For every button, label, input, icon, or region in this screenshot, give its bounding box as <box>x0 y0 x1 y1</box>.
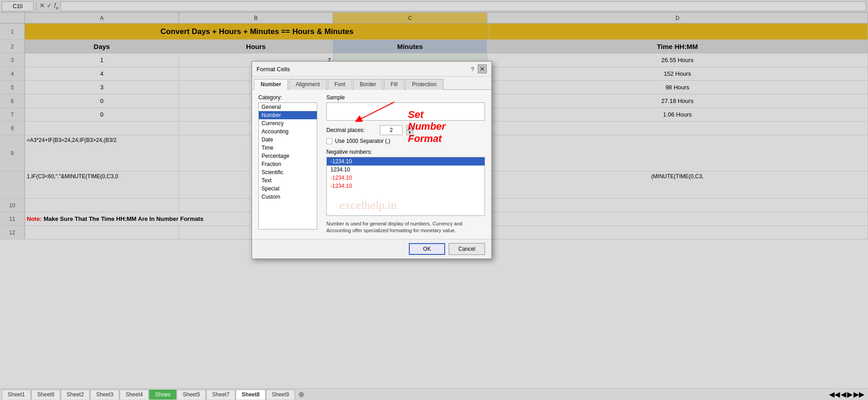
decimal-places-input[interactable] <box>380 125 402 135</box>
dialog-tab-fill[interactable]: Fill <box>384 79 404 90</box>
dialog-footer: OK Cancel <box>252 239 491 259</box>
right-panel: Sample Decimal places: ▲ ▼ Use 1000 Sepa… <box>326 94 485 234</box>
add-sheet-button[interactable]: ⊕ <box>296 390 307 399</box>
tab-sheet1[interactable]: Sheet1 <box>2 390 31 400</box>
cat-number[interactable]: Number <box>259 111 317 119</box>
cat-percentage[interactable]: Percentage <box>259 152 317 160</box>
cat-accounting[interactable]: Accounting <box>259 127 317 136</box>
watermark-inline: excelhelp.in <box>336 198 400 213</box>
decimal-spinner: ▲ ▼ <box>406 125 413 135</box>
ok-button[interactable]: OK <box>409 243 445 255</box>
tab-sheet8[interactable]: Sheet8 <box>236 390 265 400</box>
tab-nav-right[interactable]: ▶ <box>847 390 853 399</box>
cat-currency[interactable]: Currency <box>259 119 317 127</box>
tab-nav-left[interactable]: ◀ <box>841 390 846 399</box>
sample-box <box>326 102 485 121</box>
tab-shoes[interactable]: Shoes <box>149 390 176 400</box>
spinner-down[interactable]: ▼ <box>406 130 413 135</box>
spinner-up[interactable]: ▲ <box>406 125 413 130</box>
dialog-tab-protection[interactable]: Protection <box>405 79 443 90</box>
tab-sheet4[interactable]: Sheet4 <box>120 390 149 400</box>
dialog-tab-border[interactable]: Border <box>353 79 383 90</box>
neg-option-1[interactable]: -1234.10 <box>327 157 485 166</box>
negative-label: Negative numbers: <box>326 149 485 155</box>
sheet-tabs: Sheet1 Sheet6 Sheet2 Sheet3 Sheet4 Shoes… <box>0 388 868 400</box>
tab-nav-right-end[interactable]: ▶▶ <box>853 390 864 399</box>
description-text: Number is used for general display of nu… <box>326 220 485 234</box>
negative-list[interactable]: -1234.10 1234.10 -1234.10 -1234.10 excel… <box>326 157 485 216</box>
sample-label: Sample <box>326 94 485 101</box>
dialog-tab-font[interactable]: Font <box>328 79 352 90</box>
neg-option-4[interactable]: -1234.10 <box>327 182 485 190</box>
tab-sheet6[interactable]: Sheet6 <box>31 390 60 400</box>
cat-fraction[interactable]: Fraction <box>259 160 317 168</box>
cat-special[interactable]: Special <box>259 185 317 193</box>
cat-custom[interactable]: Custom <box>259 193 317 201</box>
format-cells-dialog: Format Cells ? ✕ Number Alignment Font B… <box>252 61 492 259</box>
separator-checkbox[interactable] <box>326 138 332 144</box>
cat-scientific[interactable]: Scientific <box>259 168 317 176</box>
separator-row: Use 1000 Separator (,) <box>326 138 485 144</box>
dialog-tab-alignment[interactable]: Alignment <box>289 79 326 90</box>
tab-sheet9[interactable]: Sheet9 <box>266 390 295 400</box>
neg-option-2[interactable]: 1234.10 <box>327 166 485 174</box>
cat-date[interactable]: Date <box>259 136 317 144</box>
tab-sheet2[interactable]: Sheet2 <box>61 390 90 400</box>
dialog-close-button[interactable]: ✕ <box>478 64 487 73</box>
tab-sheet3[interactable]: Sheet3 <box>90 390 119 400</box>
cat-text[interactable]: Text <box>259 176 317 185</box>
neg-option-3[interactable]: -1234.10 <box>327 174 485 182</box>
dialog-titlebar: Format Cells ? ✕ <box>252 62 491 77</box>
cancel-button[interactable]: Cancel <box>449 243 485 255</box>
dialog-help-icon[interactable]: ? <box>471 66 474 73</box>
dialog-title: Format Cells <box>257 66 290 73</box>
tab-nav-left-end[interactable]: ◀◀ <box>829 390 840 399</box>
tab-sheet7[interactable]: Sheet7 <box>206 390 235 400</box>
tab-navigation: ◀◀ ◀ ▶ ▶▶ <box>829 390 868 399</box>
decimal-label: Decimal places: <box>326 127 376 133</box>
category-list[interactable]: General Number Currency Accounting Date … <box>258 102 317 229</box>
cat-time[interactable]: Time <box>259 144 317 152</box>
dialog-controls: ? ✕ <box>471 64 487 73</box>
cat-general[interactable]: General <box>259 103 317 111</box>
separator-label: Use 1000 Separator (,) <box>335 138 390 144</box>
dialog-tab-number[interactable]: Number <box>254 79 288 90</box>
tab-sheet5[interactable]: Sheet5 <box>177 390 206 400</box>
decimal-row: Decimal places: ▲ ▼ <box>326 125 485 135</box>
dialog-body: Category: General Number Currency Accoun… <box>252 90 491 239</box>
dialog-tabs: Number Alignment Font Border Fill Protec… <box>252 77 491 90</box>
category-label: Category: <box>258 94 322 101</box>
